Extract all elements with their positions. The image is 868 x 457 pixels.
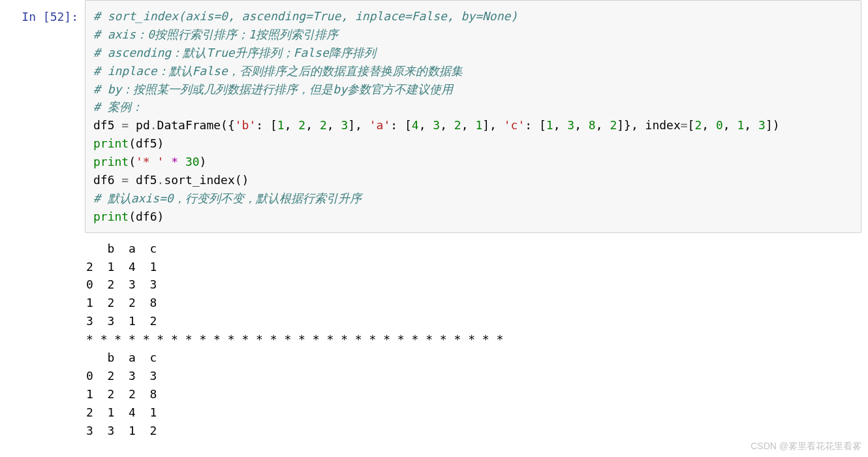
output-body: b a c 2 1 4 1 0 2 3 3 1 2 2 8 3 3 1 2 * … bbox=[78, 233, 861, 440]
num: 2 bbox=[320, 118, 327, 132]
comma: , bbox=[419, 118, 433, 132]
code-line: df5 = pd.DataFrame({'b': [1, 2, 2, 3], '… bbox=[93, 118, 780, 132]
stdout-text: b a c 2 1 4 1 0 2 3 3 1 2 2 8 3 3 1 2 * … bbox=[86, 233, 861, 440]
code-cell: In [52]: # sort_index(axis=0, ascending=… bbox=[0, 0, 868, 233]
string: 'b' bbox=[235, 118, 256, 132]
string: '* ' bbox=[136, 155, 164, 168]
comment-line: # inplace：默认False，否则排序之后的数据直接替换原来的数据集 bbox=[93, 64, 463, 78]
builtin: print bbox=[93, 136, 129, 150]
num: 4 bbox=[412, 118, 419, 132]
punct: ( bbox=[129, 155, 136, 168]
punct: ], bbox=[348, 118, 369, 132]
num: 3 bbox=[758, 118, 766, 132]
comma: , bbox=[327, 118, 341, 132]
comma: , bbox=[574, 118, 589, 132]
punct: ], bbox=[482, 118, 504, 132]
num: 2 bbox=[454, 118, 461, 132]
output-cell: b a c 2 1 4 1 0 2 3 3 1 2 2 8 3 3 1 2 * … bbox=[0, 233, 868, 440]
num: 3 bbox=[341, 118, 348, 132]
comment-line: # sort_index(axis=0, ascending=True, inp… bbox=[93, 9, 518, 23]
num: 30 bbox=[185, 155, 200, 168]
op: = bbox=[681, 118, 688, 132]
comma: , bbox=[723, 118, 737, 132]
var: df5 bbox=[93, 118, 121, 132]
comment-line: # 默认axis=0，行变列不变，默认根据行索引升序 bbox=[93, 191, 362, 205]
num: 1 bbox=[475, 118, 482, 132]
punct: ) bbox=[200, 155, 207, 168]
code-line: df6 = df5.sort_index() bbox=[93, 173, 249, 187]
punct: ]}, index bbox=[617, 118, 681, 132]
code-input-area[interactable]: # sort_index(axis=0, ascending=True, inp… bbox=[85, 0, 861, 233]
punct: : [ bbox=[390, 118, 412, 132]
comma: , bbox=[305, 118, 320, 132]
name: pd bbox=[129, 118, 150, 132]
space bbox=[164, 155, 171, 168]
punct: [ bbox=[688, 118, 695, 132]
num: 8 bbox=[589, 118, 596, 132]
output-prompt bbox=[0, 233, 78, 440]
string: 'a' bbox=[369, 118, 391, 132]
builtin: print bbox=[93, 155, 129, 168]
input-prompt: In [52]: bbox=[0, 0, 85, 233]
num: 0 bbox=[716, 118, 723, 132]
num: 1 bbox=[546, 118, 553, 132]
code-line: print(df5) bbox=[93, 136, 164, 150]
comma: , bbox=[596, 118, 610, 132]
num: 1 bbox=[737, 118, 745, 132]
num: 2 bbox=[694, 118, 702, 132]
comma: , bbox=[461, 118, 476, 132]
punct: : [ bbox=[256, 118, 277, 132]
code-block[interactable]: # sort_index(axis=0, ascending=True, inp… bbox=[93, 7, 853, 226]
op: . bbox=[157, 173, 164, 187]
op: * bbox=[171, 155, 178, 168]
punct: : [ bbox=[525, 118, 546, 132]
comment-line: # 案例： bbox=[93, 100, 143, 114]
comma: , bbox=[285, 118, 299, 132]
op: = bbox=[121, 118, 129, 132]
num: 2 bbox=[610, 118, 617, 132]
num: 1 bbox=[277, 118, 285, 132]
builtin: print bbox=[93, 210, 129, 223]
op: . bbox=[150, 118, 157, 132]
call: DataFrame({ bbox=[157, 118, 235, 132]
var: df6 bbox=[93, 173, 121, 187]
num: 2 bbox=[298, 118, 305, 132]
comma: , bbox=[553, 118, 568, 132]
comma: , bbox=[440, 118, 454, 132]
comment-line: # ascending：默认True升序排列；False降序排列 bbox=[93, 46, 376, 59]
punct: (df5) bbox=[129, 136, 164, 150]
comment-line: # axis：0按照行索引排序；1按照列索引排序 bbox=[93, 27, 338, 41]
code-line: print('* ' * 30) bbox=[93, 155, 206, 168]
name: df5 bbox=[129, 173, 157, 187]
call: sort_index() bbox=[164, 173, 249, 187]
code-line: print(df6) bbox=[93, 210, 164, 223]
comma: , bbox=[744, 118, 758, 132]
num: 3 bbox=[567, 118, 574, 132]
punct: ]) bbox=[766, 118, 780, 132]
num: 3 bbox=[433, 118, 440, 132]
comma: , bbox=[702, 118, 716, 132]
string: 'c' bbox=[504, 118, 525, 132]
comment-line: # by：按照某一列或几列数据进行排序，但是by参数官方不建议使用 bbox=[93, 82, 453, 96]
space bbox=[178, 155, 185, 168]
op: = bbox=[121, 173, 129, 187]
punct: (df6) bbox=[129, 210, 164, 223]
